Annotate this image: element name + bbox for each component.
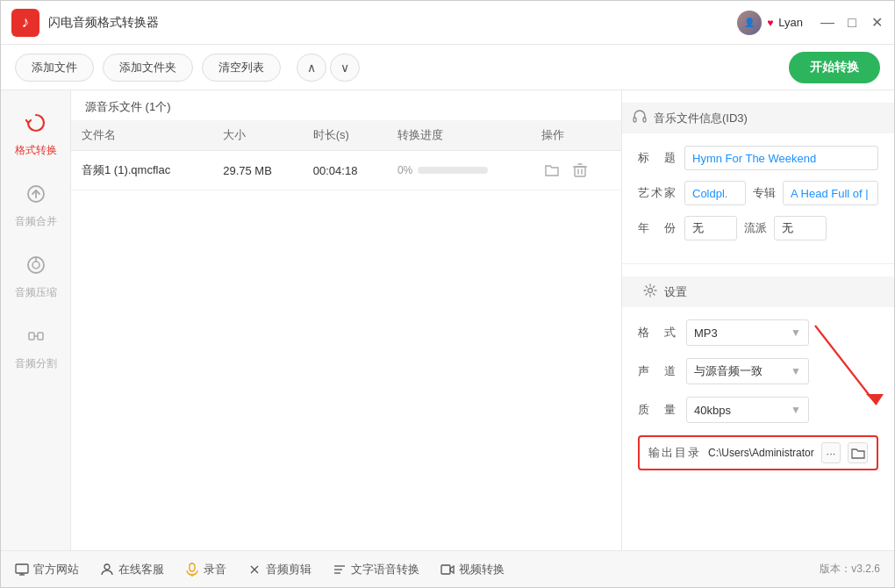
- svg-point-15: [648, 289, 653, 293]
- year-genre-row: 年 份 无 流派 无: [638, 216, 878, 240]
- progress-text: 0%: [397, 164, 412, 176]
- svg-rect-6: [38, 333, 43, 340]
- mic-icon: [185, 563, 199, 577]
- avatar: 👤: [737, 11, 762, 35]
- channel-label: 声 道: [638, 363, 677, 379]
- svg-rect-8: [575, 167, 585, 176]
- format-select[interactable]: MP3 ▼: [686, 319, 809, 346]
- progress-bar: [418, 167, 488, 174]
- sidebar-item-audio-compress[interactable]: 音频压缩: [1, 241, 70, 312]
- bottombar-item-website[interactable]: 官方网站: [15, 562, 79, 577]
- sidebar-label-merge: 音频合并: [15, 214, 57, 229]
- maximize-button[interactable]: □: [845, 16, 859, 30]
- year-label: 年 份: [638, 220, 677, 236]
- close-button[interactable]: ✕: [870, 16, 884, 30]
- sidebar-item-audio-split[interactable]: 音频分割: [1, 312, 70, 384]
- titlebar: ♪ 闪电音频格式转换器 👤 ♥ Lyan — □ ✕: [1, 1, 894, 45]
- channel-arrow-icon: ▼: [791, 365, 801, 377]
- cell-duration: 00:04:18: [303, 151, 387, 190]
- toolbar: 添加文件 添加文件夹 清空列表 ∧ ∨ 开始转换: [1, 45, 894, 90]
- settings-header: 设置: [622, 276, 894, 307]
- artist-value[interactable]: Coldpl.: [684, 181, 746, 205]
- channel-row: 声 道 与源音频一致 ▼: [638, 358, 878, 384]
- album-value[interactable]: A Head Full of |: [783, 181, 878, 205]
- add-file-label: 添加文件: [32, 60, 77, 75]
- output-dots-button[interactable]: ···: [821, 442, 841, 463]
- channel-value: 与源音频一致: [694, 363, 763, 379]
- sidebar-item-audio-merge[interactable]: 音频合并: [1, 170, 70, 241]
- svg-rect-22: [190, 563, 195, 571]
- svg-rect-5: [29, 333, 34, 340]
- cell-size: 29.75 MB: [212, 151, 303, 190]
- clear-list-button[interactable]: 清空列表: [202, 54, 281, 82]
- open-folder-button[interactable]: [541, 160, 562, 181]
- add-folder-button[interactable]: 添加文件夹: [103, 54, 193, 82]
- artist-label: 艺术家: [638, 185, 677, 201]
- id3-section: 音乐文件信息(ID3) 标 题 Hymn For The Weekend 艺术家…: [622, 90, 894, 263]
- bottombar-item-support[interactable]: 在线客服: [100, 562, 164, 577]
- bottombar-item-recording[interactable]: 录音: [185, 562, 226, 577]
- bottombar-item-audio-edit[interactable]: 音频剪辑: [247, 562, 311, 577]
- format-arrow-icon: ▼: [791, 326, 801, 339]
- col-size: 大小: [212, 120, 303, 151]
- nav-up-button[interactable]: ∧: [297, 54, 326, 82]
- audio-split-icon: [25, 325, 47, 353]
- bottombar-item-video[interactable]: 视频转换: [440, 562, 505, 577]
- cell-actions: [531, 151, 621, 190]
- col-duration: 时长(s): [303, 120, 387, 151]
- user-info: 👤 ♥ Lyan: [737, 11, 803, 35]
- tts-label: 文字语音转换: [351, 562, 419, 577]
- format-value: MP3: [694, 326, 718, 340]
- output-dir-value: C:\Users\Administrator: [708, 447, 814, 459]
- main-area: 格式转换 音频合并: [1, 90, 894, 550]
- channel-select[interactable]: 与源音频一致 ▼: [686, 358, 809, 384]
- output-dir-label: 输出目录: [648, 445, 701, 461]
- window-controls: — □ ✕: [820, 16, 884, 30]
- cell-progress: 0%: [387, 151, 531, 190]
- output-folder-button[interactable]: [848, 442, 868, 463]
- title-value[interactable]: Hymn For The Weekend: [684, 146, 878, 170]
- cell-filename: 音频1 (1).qmcflac: [71, 151, 212, 190]
- sidebar: 格式转换 音频合并: [1, 90, 71, 550]
- action-buttons: [541, 160, 611, 181]
- output-dir-row: 输出目录 C:\Users\Administrator ···: [638, 435, 878, 470]
- heart-icon: ♥: [767, 17, 773, 29]
- album-label: 专辑: [753, 185, 776, 201]
- svg-rect-14: [643, 118, 646, 122]
- nav-arrows: ∧ ∨: [297, 54, 360, 82]
- format-convert-icon: [25, 111, 47, 140]
- year-value[interactable]: 无: [684, 216, 737, 240]
- add-file-button[interactable]: 添加文件: [15, 54, 94, 82]
- quality-value: 40kbps: [694, 404, 731, 417]
- gear-icon: [643, 283, 657, 300]
- quality-select[interactable]: 40kbps ▼: [686, 397, 809, 423]
- col-progress: 转换进度: [387, 120, 531, 151]
- artist-album-row: 艺术家 Coldpl. 专辑 A Head Full of |: [638, 181, 878, 205]
- sidebar-item-format-convert[interactable]: 格式转换: [1, 99, 70, 170]
- monitor-icon: [15, 563, 29, 577]
- main-window: ♪ 闪电音频格式转换器 👤 ♥ Lyan — □ ✕ 添加文件 添加文件夹 清空…: [0, 0, 895, 588]
- minimize-button[interactable]: —: [820, 16, 834, 30]
- quality-label: 质 量: [638, 402, 677, 418]
- bottombar-item-tts[interactable]: 文字语音转换: [333, 562, 419, 577]
- dots-label: ···: [827, 447, 836, 460]
- add-folder-label: 添加文件夹: [119, 60, 176, 75]
- start-convert-button[interactable]: 开始转换: [789, 52, 880, 83]
- file-table: 文件名 大小 时长(s) 转换进度 操作 音频1 (1).qmcflac 29.…: [71, 120, 621, 190]
- svg-point-21: [104, 564, 110, 570]
- delete-button[interactable]: [569, 160, 591, 181]
- audio-edit-label: 音频剪辑: [266, 562, 311, 577]
- username: Lyan: [778, 16, 803, 29]
- svg-rect-18: [16, 564, 28, 573]
- sidebar-label-split: 音频分割: [15, 356, 57, 371]
- format-label: 格 式: [638, 325, 677, 341]
- user-icon: [100, 563, 114, 577]
- genre-value[interactable]: 无: [774, 216, 827, 240]
- id3-header: 音乐文件信息(ID3): [622, 103, 894, 133]
- scissors-icon: [247, 563, 261, 577]
- format-row: 格 式 MP3 ▼: [638, 319, 878, 346]
- version-label: 版本：v3.2.6: [820, 562, 880, 577]
- app-title: 闪电音频格式转换器: [48, 15, 737, 31]
- nav-down-button[interactable]: ∨: [330, 54, 360, 82]
- file-area: 源音乐文件 (1个) 文件名 大小 时长(s) 转换进度 操作 音频1 (1).…: [71, 90, 622, 550]
